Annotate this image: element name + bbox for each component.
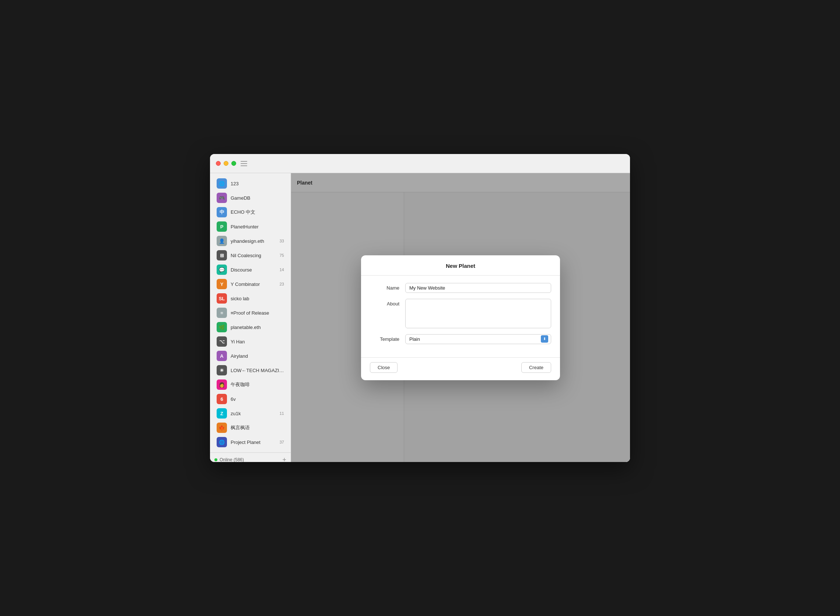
sidebar-item-label: Nil Coalescing	[231, 253, 276, 258]
toggle-bar-2	[240, 163, 247, 164]
avatar: 🌐	[217, 178, 227, 189]
sidebar-item-label: Y Combinator	[231, 282, 276, 287]
sidebar-item-label: 123	[231, 181, 284, 186]
sidebar-item-gamedb[interactable]: 🎮GameDB	[212, 191, 289, 205]
sidebar-item-label: Airyland	[231, 353, 284, 359]
toggle-bar-1	[240, 161, 247, 162]
sidebar-item-label: ECHO 中文	[231, 209, 284, 216]
sidebar-item-label: PlanetHunter	[231, 224, 284, 230]
sidebar-item-label: GameDB	[231, 195, 284, 201]
sidebar-item-label: zu1k	[231, 411, 276, 416]
create-button[interactable]: Create	[521, 362, 551, 373]
modal-header: New Planet	[361, 255, 560, 276]
sidebar-item-nilcoalescing[interactable]: ⊞Nil Coalescing75	[212, 248, 289, 262]
add-planet-button[interactable]: +	[282, 456, 286, 462]
template-row: Template PlainBlogPortfolio ⬍	[370, 334, 551, 344]
avatar: ⌥	[217, 336, 227, 347]
sidebar-item-badge: 33	[280, 239, 284, 243]
sidebar-item-badge: 75	[280, 253, 284, 258]
about-label: About	[370, 299, 399, 307]
avatar: 🍁	[217, 422, 227, 433]
main-content: Planet New Planet Name	[291, 173, 630, 462]
sidebar-item-label: 6v	[231, 396, 284, 402]
about-textarea[interactable]	[405, 299, 551, 328]
sidebar-item-projectplanet[interactable]: 🌐Project Planet37	[212, 435, 289, 449]
avatar: 🌐	[217, 437, 227, 447]
name-input[interactable]	[405, 283, 551, 293]
avatar: 🎮	[217, 193, 227, 203]
avatar: ≡	[217, 308, 227, 318]
sidebar-footer: Online (586) +	[210, 452, 291, 462]
sidebar-item-sickolab[interactable]: SLsicko lab	[212, 292, 289, 305]
avatar: 🌿	[217, 322, 227, 332]
name-row: Name	[370, 283, 551, 293]
sidebar-item-123[interactable]: 🌐123	[212, 176, 289, 191]
sidebar-item-lowtech[interactable]: ☀LOW←TECH MAGAZINE	[212, 363, 289, 377]
sidebar-item-6v[interactable]: 66v	[212, 392, 289, 406]
avatar: 👤	[217, 236, 227, 246]
avatar: 👩	[217, 380, 227, 390]
avatar: Y	[217, 279, 227, 289]
minimize-button[interactable]	[224, 161, 229, 166]
template-select[interactable]: PlainBlogPortfolio	[405, 334, 551, 344]
sidebar-item-planetable[interactable]: 🌿planetable.eth	[212, 320, 289, 334]
modal-overlay: New Planet Name About	[291, 173, 630, 462]
avatar: 6	[217, 394, 227, 404]
sidebar-item-label: LOW←TECH MAGAZINE	[231, 368, 284, 373]
sidebar-items-list: 🌐123🎮GameDB中ECHO 中文PPlanetHunter👤yihande…	[210, 173, 291, 452]
sidebar-item-label: Discourse	[231, 267, 276, 273]
traffic-lights	[216, 161, 236, 166]
avatar: ☀	[217, 365, 227, 375]
online-status: Online (586)	[214, 457, 244, 462]
sidebar-item-label: Yi Han	[231, 339, 284, 345]
modal-body: Name About Template	[361, 276, 560, 357]
template-label: Template	[370, 334, 399, 342]
maximize-button[interactable]	[232, 161, 236, 166]
sidebar-item-wuye[interactable]: 👩午夜咖啡	[212, 378, 289, 392]
toggle-bar-3	[240, 166, 247, 166]
sidebar: 🌐123🎮GameDB中ECHO 中文PPlanetHunter👤yihande…	[210, 173, 291, 462]
template-select-wrapper: PlainBlogPortfolio ⬍	[405, 334, 551, 344]
about-row: About	[370, 299, 551, 328]
sidebar-item-planethunter[interactable]: PPlanetHunter	[212, 220, 289, 233]
sidebar-item-label: 枫言枫语	[231, 424, 284, 431]
app-window: 🌐123🎮GameDB中ECHO 中文PPlanetHunter👤yihande…	[210, 154, 630, 462]
sidebar-item-discourse[interactable]: 💬Discourse14	[212, 263, 289, 277]
avatar: SL	[217, 293, 227, 304]
new-planet-modal: New Planet Name About	[361, 255, 560, 380]
sidebar-item-badge: 23	[280, 282, 284, 286]
sidebar-item-label: Project Planet	[231, 440, 276, 445]
avatar: ⊞	[217, 250, 227, 261]
sidebar-item-label: sicko lab	[231, 296, 284, 301]
close-button[interactable]	[216, 161, 221, 166]
sidebar-item-label: 午夜咖啡	[231, 381, 284, 388]
app-body: 🌐123🎮GameDB中ECHO 中文PPlanetHunter👤yihande…	[210, 173, 630, 462]
sidebar-item-badge: 14	[280, 267, 284, 272]
sidebar-item-label: planetable.eth	[231, 324, 284, 330]
sidebar-item-label: yihandesign.eth	[231, 238, 276, 244]
modal-title: New Planet	[446, 263, 475, 269]
sidebar-item-fengyany[interactable]: 🍁枫言枫语	[212, 421, 289, 435]
sidebar-item-airyland[interactable]: AAiryland	[212, 349, 289, 363]
sidebar-item-label: ≡Proof of Release	[231, 310, 284, 316]
sidebar-item-proofofrelease[interactable]: ≡≡Proof of Release	[212, 306, 289, 320]
avatar: P	[217, 221, 227, 232]
sidebar-toggle-button[interactable]	[240, 161, 247, 166]
sidebar-item-zu1k[interactable]: Zzu1k11	[212, 406, 289, 420]
sidebar-item-yihan[interactable]: ⌥Yi Han	[212, 334, 289, 349]
avatar: Z	[217, 408, 227, 418]
sidebar-item-badge: 37	[280, 440, 284, 444]
online-label: Online (586)	[220, 457, 244, 462]
sidebar-item-badge: 11	[280, 411, 284, 416]
sidebar-item-ycombinator[interactable]: YY Combinator23	[212, 277, 289, 291]
online-dot-icon	[214, 458, 217, 461]
titlebar	[210, 154, 630, 173]
name-label: Name	[370, 283, 399, 291]
avatar: 💬	[217, 264, 227, 275]
avatar: 中	[217, 207, 227, 217]
sidebar-item-echo[interactable]: 中ECHO 中文	[212, 205, 289, 219]
modal-footer: Close Create	[361, 357, 560, 380]
avatar: A	[217, 351, 227, 361]
sidebar-item-yihandesign[interactable]: 👤yihandesign.eth33	[212, 234, 289, 248]
close-button[interactable]: Close	[370, 362, 397, 373]
